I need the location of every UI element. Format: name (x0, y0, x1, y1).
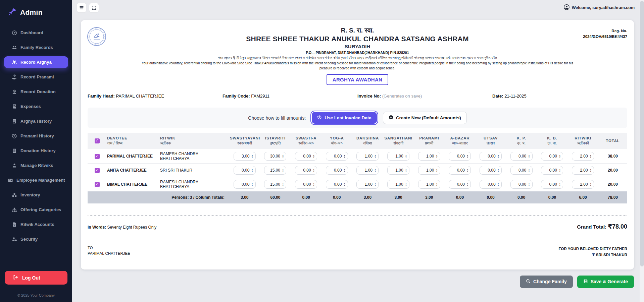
sidebar-item-inventory[interactable]: Inventory (4, 189, 68, 201)
sidebar-item-ritwik-accounts[interactable]: $Ritwik Accounts (4, 219, 68, 230)
spinner-arrows-icon[interactable]: ▲▼ (282, 155, 284, 158)
amount-input[interactable]: 0.00▲▼ (295, 180, 317, 189)
spinner-arrows-icon[interactable]: ▲▼ (282, 183, 284, 186)
sidebar-item-record-arghya[interactable]: Record Arghya (4, 56, 68, 68)
spinner-arrows-icon[interactable]: ▲▼ (436, 169, 438, 172)
amount-input[interactable]: 0.00▲▼ (234, 180, 256, 189)
sidebar-item-expenses[interactable]: $Expenses (4, 101, 68, 112)
spinner-arrows-icon[interactable]: ▲▼ (559, 183, 561, 186)
row-checkbox[interactable] (95, 154, 100, 159)
row-checkbox[interactable] (95, 168, 100, 173)
amount-input[interactable]: 1.00▲▼ (356, 152, 379, 161)
amount-input[interactable]: 0.00▲▼ (541, 166, 563, 175)
amount-input[interactable]: 1.00▲▼ (418, 166, 440, 175)
user-welcome[interactable]: Welcome, suryadihashram.com (564, 4, 635, 11)
sidebar-item-manage-ritwiks[interactable]: ♟Manage Ritwiks (4, 160, 68, 171)
spinner-arrows-icon[interactable]: ▲▼ (466, 183, 468, 186)
amount-input[interactable]: 0.00▲▼ (541, 180, 563, 189)
amount-input[interactable]: 0.00▲▼ (480, 166, 502, 175)
amount-input[interactable]: 1.00▲▼ (356, 180, 379, 189)
spinner-arrows-icon[interactable]: ▲▼ (405, 155, 407, 158)
sidebar-item-offering-categories[interactable]: Offering Categories (4, 204, 68, 216)
amount-input[interactable]: 0.00▲▼ (326, 180, 348, 189)
spinner-arrows-icon[interactable]: ▲▼ (343, 183, 345, 186)
save-generate-button[interactable]: Save & Generate (577, 276, 634, 288)
spinner-arrows-icon[interactable]: ▲▼ (313, 183, 315, 186)
spinner-arrows-icon[interactable]: ▲▼ (251, 183, 253, 186)
spinner-arrows-icon[interactable]: ▲▼ (282, 169, 284, 172)
amount-input[interactable]: 0.00▲▼ (449, 152, 471, 161)
amount-input[interactable]: 30.00▲▼ (264, 152, 286, 161)
amount-input[interactable]: 0.00▲▼ (541, 152, 563, 161)
menu-toggle-button[interactable] (77, 3, 86, 12)
spinner-arrows-icon[interactable]: ▲▼ (374, 183, 376, 186)
spinner-arrows-icon[interactable]: ▲▼ (251, 169, 253, 172)
spinner-arrows-icon[interactable]: ▲▼ (251, 155, 253, 158)
amount-input[interactable]: 0.00▲▼ (510, 152, 533, 161)
amount-input[interactable]: 0.00▲▼ (295, 152, 317, 161)
sidebar-item-donation-history[interactable]: Donation History (4, 145, 68, 157)
spinner-arrows-icon[interactable]: ▲▼ (590, 169, 592, 172)
scrollbar-thumb[interactable] (640, 1, 644, 266)
amount-input[interactable]: 0.00▲▼ (480, 180, 502, 189)
amount-input[interactable]: 0.00▲▼ (326, 152, 348, 161)
spinner-arrows-icon[interactable]: ▲▼ (559, 155, 561, 158)
spinner-arrows-icon[interactable]: ▲▼ (313, 155, 315, 158)
amount-input[interactable]: 2.00▲▼ (572, 152, 594, 161)
sidebar-item-arghya-history[interactable]: Arghya History (4, 115, 68, 127)
fullscreen-button[interactable] (89, 3, 99, 12)
amount-input[interactable]: 1.00▲▼ (387, 180, 409, 189)
sidebar-item-dashboard[interactable]: Dashboard (4, 27, 68, 39)
spinner-arrows-icon[interactable]: ▲▼ (528, 169, 530, 172)
spinner-arrows-icon[interactable]: ▲▼ (466, 155, 468, 158)
spinner-arrows-icon[interactable]: ▲▼ (497, 169, 499, 172)
amount-input[interactable]: 0.00▲▼ (510, 166, 533, 175)
amount-input[interactable]: 0.00▲▼ (449, 166, 471, 175)
spinner-arrows-icon[interactable]: ▲▼ (374, 155, 376, 158)
amount-input[interactable]: 1.00▲▼ (418, 180, 440, 189)
spinner-arrows-icon[interactable]: ▲▼ (405, 169, 407, 172)
amount-input[interactable]: 1.00▲▼ (356, 166, 379, 175)
sidebar-item-record-pranami[interactable]: $Record Pranami (4, 71, 68, 83)
amount-input[interactable]: 0.00▲▼ (449, 180, 471, 189)
spinner-arrows-icon[interactable]: ▲▼ (436, 183, 438, 186)
amount-input[interactable]: 0.00▲▼ (326, 166, 348, 175)
amount-input[interactable]: 2.00▲▼ (572, 166, 594, 175)
row-checkbox[interactable] (95, 182, 100, 187)
scrollbar[interactable] (640, 0, 644, 302)
amount-input[interactable]: 0.00▲▼ (480, 152, 502, 161)
use-last-invoice-button[interactable]: Use Last Invoice Data (312, 112, 377, 124)
amount-input[interactable]: 15.00▲▼ (264, 180, 286, 189)
spinner-arrows-icon[interactable]: ▲▼ (343, 155, 345, 158)
amount-input[interactable]: 1.00▲▼ (387, 152, 409, 161)
spinner-arrows-icon[interactable]: ▲▼ (497, 183, 499, 186)
amount-input[interactable]: 0.00▲▼ (295, 166, 317, 175)
amount-input[interactable]: 0.00▲▼ (234, 166, 256, 175)
spinner-arrows-icon[interactable]: ▲▼ (590, 155, 592, 158)
sidebar-item-pranami-history[interactable]: Pranami History (4, 130, 68, 142)
amount-input[interactable]: 1.00▲▼ (418, 152, 440, 161)
logout-button[interactable]: Log Out (5, 271, 67, 285)
amount-input[interactable]: 2.00▲▼ (572, 180, 594, 189)
spinner-arrows-icon[interactable]: ▲▼ (343, 169, 345, 172)
sidebar-item-record-donation[interactable]: $Record Donation (4, 86, 68, 98)
spinner-arrows-icon[interactable]: ▲▼ (497, 155, 499, 158)
spinner-arrows-icon[interactable]: ▲▼ (313, 169, 315, 172)
spinner-arrows-icon[interactable]: ▲▼ (405, 183, 407, 186)
amount-input[interactable]: 0.00▲▼ (510, 180, 533, 189)
sidebar-item-family-records[interactable]: Family Records (4, 42, 68, 53)
sidebar-item-employee-management[interactable]: Employee Management (4, 174, 68, 186)
sidebar-item-security[interactable]: Security (4, 233, 68, 245)
spinner-arrows-icon[interactable]: ▲▼ (436, 155, 438, 158)
spinner-arrows-icon[interactable]: ▲▼ (374, 169, 376, 172)
spinner-arrows-icon[interactable]: ▲▼ (528, 155, 530, 158)
change-family-button[interactable]: Change Family (520, 276, 573, 288)
spinner-arrows-icon[interactable]: ▲▼ (559, 169, 561, 172)
spinner-arrows-icon[interactable]: ▲▼ (528, 183, 530, 186)
create-new-button[interactable]: Create New (Default Amounts) (383, 112, 467, 124)
amount-input[interactable]: 1.00▲▼ (387, 166, 409, 175)
spinner-arrows-icon[interactable]: ▲▼ (590, 183, 592, 186)
amount-input[interactable]: 3.00▲▼ (234, 152, 256, 161)
amount-input[interactable]: 15.00▲▼ (264, 166, 286, 175)
spinner-arrows-icon[interactable]: ▲▼ (466, 169, 468, 172)
